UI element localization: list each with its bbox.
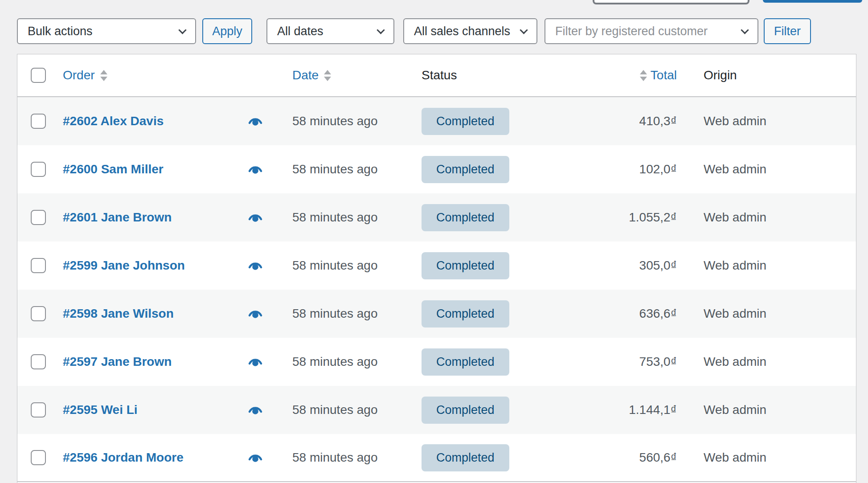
bulk-actions-select[interactable]: Bulk actions — [17, 18, 196, 44]
customer-filter-select[interactable]: Filter by registered customer — [545, 18, 758, 44]
order-link[interactable]: #2597 Jane Brown — [63, 355, 172, 369]
order-row: #2599 Jane Johnson 58 minutes ago Comple… — [17, 242, 856, 290]
filter-button[interactable]: Filter — [764, 18, 811, 44]
status-badge: Completed — [422, 300, 509, 327]
status-badge: Completed — [422, 397, 509, 424]
order-date: 58 minutes ago — [284, 403, 422, 417]
column-header-total-label: Total — [651, 68, 677, 82]
order-link[interactable]: #2600 Sam Miller — [63, 162, 164, 176]
order-link[interactable]: #2602 Alex Davis — [63, 114, 164, 128]
order-total: 102,0₫ — [555, 162, 687, 176]
status-badge: Completed — [422, 108, 509, 135]
order-date: 58 minutes ago — [284, 114, 422, 128]
order-origin: Web admin — [687, 355, 856, 369]
dates-filter-select[interactable]: All dates — [266, 18, 394, 44]
row-checkbox[interactable] — [31, 402, 46, 418]
preview-eye-icon[interactable] — [248, 355, 263, 368]
order-date: 58 minutes ago — [284, 450, 422, 465]
order-row: #2601 Jane Brown 58 minutes ago Complete… — [17, 193, 856, 242]
order-date: 58 minutes ago — [284, 210, 422, 225]
column-header-total[interactable]: Total — [640, 68, 677, 82]
column-header-date[interactable]: Date — [292, 68, 331, 82]
order-total: 1.055,2₫ — [555, 210, 687, 225]
preview-eye-icon[interactable] — [248, 115, 263, 128]
order-date: 58 minutes ago — [284, 307, 422, 321]
status-badge: Completed — [422, 204, 509, 231]
order-row: #2597 Jane Brown 58 minutes ago Complete… — [17, 338, 856, 386]
order-link[interactable]: #2596 Jordan Moore — [63, 450, 184, 465]
order-link[interactable]: #2598 Jane Wilson — [63, 307, 174, 321]
column-header-order[interactable]: Order — [63, 68, 107, 82]
order-row: #2596 Jordan Moore 58 minutes ago Comple… — [17, 434, 856, 482]
order-origin: Web admin — [687, 403, 856, 417]
primary-button-cutoff[interactable] — [763, 0, 862, 3]
order-origin: Web admin — [687, 114, 856, 128]
row-checkbox[interactable] — [31, 354, 46, 369]
order-total: 305,0₫ — [555, 258, 687, 273]
order-total: 410,3₫ — [555, 114, 687, 128]
order-date: 58 minutes ago — [284, 258, 422, 273]
order-row: #2595 Wei Li 58 minutes ago Completed 1.… — [17, 386, 856, 434]
order-row: #2602 Alex Davis 58 minutes ago Complete… — [17, 97, 856, 145]
column-header-order-label: Order — [63, 68, 95, 82]
order-origin: Web admin — [687, 450, 856, 465]
select-all-checkbox[interactable] — [31, 68, 46, 83]
column-header-date-label: Date — [292, 68, 319, 82]
chevron-down-icon — [741, 26, 749, 34]
order-link[interactable]: #2599 Jane Johnson — [63, 258, 185, 273]
preview-eye-icon[interactable] — [248, 211, 263, 224]
chevron-down-icon — [178, 26, 186, 34]
search-input-cutoff[interactable] — [593, 0, 749, 4]
status-badge: Completed — [422, 252, 509, 279]
column-header-status: Status — [422, 68, 457, 82]
chevron-down-icon — [520, 26, 528, 34]
order-row: #2598 Jane Wilson 58 minutes ago Complet… — [17, 290, 856, 338]
preview-eye-icon[interactable] — [248, 163, 263, 176]
table-header-row: Order Date Status Total Origin — [17, 54, 856, 97]
customer-filter-placeholder: Filter by registered customer — [555, 25, 708, 38]
chevron-down-icon — [377, 26, 385, 34]
order-origin: Web admin — [687, 258, 856, 273]
row-checkbox[interactable] — [31, 306, 46, 321]
preview-eye-icon[interactable] — [248, 259, 263, 272]
status-badge: Completed — [422, 348, 509, 376]
bulk-actions-value: Bulk actions — [28, 25, 93, 38]
sort-icon — [324, 70, 331, 81]
order-total: 636,6₫ — [555, 307, 687, 321]
preview-eye-icon[interactable] — [248, 307, 263, 320]
table-body: #2602 Alex Davis 58 minutes ago Complete… — [17, 97, 856, 482]
order-date: 58 minutes ago — [284, 355, 422, 369]
order-link[interactable]: #2595 Wei Li — [63, 403, 138, 417]
sort-icon — [100, 70, 107, 81]
order-total: 1.144,1₫ — [555, 403, 687, 417]
dates-filter-value: All dates — [277, 25, 323, 38]
sales-channels-select[interactable]: All sales channels — [403, 18, 537, 44]
row-checkbox[interactable] — [31, 450, 46, 465]
sales-channels-value: All sales channels — [414, 25, 510, 38]
column-header-origin: Origin — [704, 68, 737, 82]
row-checkbox[interactable] — [31, 210, 46, 225]
status-badge: Completed — [422, 444, 509, 471]
sort-icon — [640, 70, 647, 81]
status-badge: Completed — [422, 156, 509, 183]
order-row: #2600 Sam Miller 58 minutes ago Complete… — [17, 145, 856, 193]
row-checkbox[interactable] — [31, 162, 46, 177]
order-total: 560,6₫ — [555, 450, 687, 465]
order-date: 58 minutes ago — [284, 162, 422, 176]
order-link[interactable]: #2601 Jane Brown — [63, 210, 172, 225]
order-origin: Web admin — [687, 210, 856, 225]
preview-eye-icon[interactable] — [248, 451, 263, 464]
row-checkbox[interactable] — [31, 258, 46, 273]
order-total: 753,0₫ — [555, 355, 687, 369]
orders-filter-toolbar: Bulk actions Apply All dates All sales c… — [17, 18, 811, 44]
order-origin: Web admin — [687, 162, 856, 176]
preview-eye-icon[interactable] — [248, 403, 263, 417]
apply-button[interactable]: Apply — [202, 18, 252, 44]
orders-table: Order Date Status Total Origin — [17, 54, 856, 483]
row-checkbox[interactable] — [31, 114, 46, 129]
order-origin: Web admin — [687, 307, 856, 321]
